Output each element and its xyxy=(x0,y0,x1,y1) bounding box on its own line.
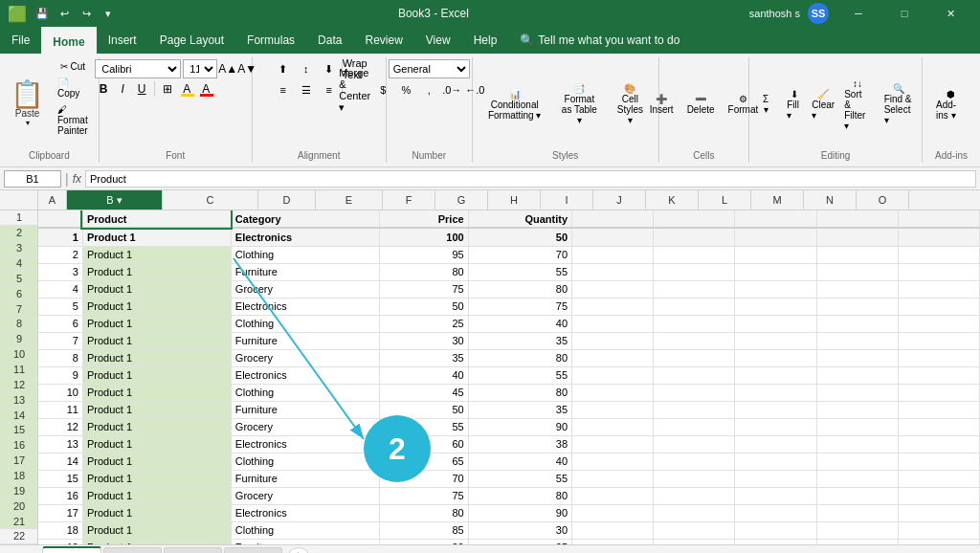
col-c-header[interactable]: C xyxy=(163,190,258,210)
col-a-header[interactable]: A xyxy=(38,190,67,210)
cell-d18[interactable]: 80 xyxy=(379,504,468,521)
cell-a6[interactable]: 5 xyxy=(38,298,82,315)
cell-a16[interactable]: 15 xyxy=(38,470,82,487)
fill-btn[interactable]: ⬇ Fill ▾ xyxy=(781,87,808,122)
col-h-header[interactable]: H xyxy=(488,190,541,210)
tab-tell-me[interactable]: 🔍 Tell me what you want to do xyxy=(508,27,691,54)
row-num-14[interactable]: 14 xyxy=(0,408,38,423)
cell-empty-3-3[interactable] xyxy=(816,246,898,263)
cell-empty-14-4[interactable] xyxy=(898,435,979,453)
col-j-header[interactable]: J xyxy=(593,190,646,210)
cell-c7[interactable]: Clothing xyxy=(231,315,379,332)
cell-b20[interactable]: Product 1 xyxy=(82,539,231,544)
row-num-11[interactable]: 11 xyxy=(0,363,38,378)
cell-empty-20-0[interactable] xyxy=(572,539,654,544)
tab-view[interactable]: View xyxy=(414,27,462,54)
cell-c16[interactable]: Furniture xyxy=(231,470,379,487)
cell-e6[interactable]: 75 xyxy=(468,298,571,315)
font-size-select[interactable]: 11 xyxy=(183,59,217,78)
cell-a12[interactable]: 11 xyxy=(38,401,82,418)
cell-d11[interactable]: 45 xyxy=(379,384,468,401)
cell-d12[interactable]: 50 xyxy=(379,401,468,418)
cell-c8[interactable]: Furniture xyxy=(231,332,379,349)
cell-c17[interactable]: Grocery xyxy=(231,487,379,504)
cell-empty-10-3[interactable] xyxy=(816,366,898,384)
cell-e17[interactable]: 80 xyxy=(468,487,571,504)
cell-b8[interactable]: Product 1 xyxy=(82,332,231,349)
cell-empty-18-4[interactable] xyxy=(898,504,979,521)
cell-empty-14-2[interactable] xyxy=(735,435,816,453)
cell-empty-6-0[interactable] xyxy=(572,298,654,315)
cell-b9[interactable]: Product 1 xyxy=(82,349,231,366)
cell-empty-2-4[interactable] xyxy=(898,229,979,246)
cell-d3[interactable]: 95 xyxy=(379,246,468,263)
cell-empty-2-0[interactable] xyxy=(572,229,654,246)
col-i-header[interactable]: I xyxy=(541,190,593,210)
cell-c15[interactable]: Clothing xyxy=(231,453,379,470)
format-painter-btn[interactable]: 🖌 Format Painter xyxy=(52,102,94,138)
cell-empty-20-2[interactable] xyxy=(735,539,816,544)
cell-empty-18-0[interactable] xyxy=(572,504,654,521)
cell-empty-16-1[interactable] xyxy=(654,470,735,487)
row-num-18[interactable]: 18 xyxy=(0,469,38,484)
tab-page-layout[interactable]: Page Layout xyxy=(148,27,235,54)
row-num-6[interactable]: 6 xyxy=(0,286,38,301)
cell-empty-17-4[interactable] xyxy=(898,487,979,504)
align-right-btn[interactable]: ≡ xyxy=(319,80,340,100)
align-bottom-btn[interactable]: ⬇ xyxy=(319,59,340,78)
comma-btn[interactable]: , xyxy=(418,80,439,100)
row-num-3[interactable]: 3 xyxy=(0,241,38,256)
cell-empty-12-2[interactable] xyxy=(735,401,816,418)
cell-a5[interactable]: 4 xyxy=(38,280,82,298)
col-d-header[interactable]: D xyxy=(258,190,316,210)
cell-c14[interactable]: Electronics xyxy=(231,435,379,453)
cell-empty-8-2[interactable] xyxy=(735,332,816,349)
name-box[interactable]: B1 xyxy=(4,170,61,188)
row-num-19[interactable]: 19 xyxy=(0,483,38,498)
cell-empty-4-3[interactable] xyxy=(816,263,898,280)
cell-empty-5-3[interactable] xyxy=(816,280,898,298)
cell-empty-6-1[interactable] xyxy=(654,298,735,315)
cell-empty-15-2[interactable] xyxy=(735,453,816,470)
cell-empty-6-2[interactable] xyxy=(735,298,816,315)
cell-empty-10-0[interactable] xyxy=(572,366,654,384)
cell-empty-13-4[interactable] xyxy=(898,418,979,435)
cell-empty-18-1[interactable] xyxy=(654,504,735,521)
cell-empty-9-0[interactable] xyxy=(572,349,654,366)
cell-empty-14-1[interactable] xyxy=(654,435,735,453)
col-g-header[interactable]: G xyxy=(435,190,488,210)
cell-d19[interactable]: 85 xyxy=(379,521,468,539)
row-num-1[interactable]: 1 xyxy=(0,210,38,226)
cell-e5[interactable]: 80 xyxy=(468,280,571,298)
col-f-header[interactable]: F xyxy=(383,190,435,210)
cell-empty-19-1[interactable] xyxy=(654,521,735,539)
cell-e9[interactable]: 80 xyxy=(468,349,571,366)
cell-b18[interactable]: Product 1 xyxy=(82,504,231,521)
cell-e13[interactable]: 90 xyxy=(468,418,571,435)
cell-c20[interactable]: Furniture xyxy=(231,539,379,544)
cell-f1[interactable] xyxy=(572,210,654,228)
cell-empty-7-2[interactable] xyxy=(735,315,816,332)
cell-d10[interactable]: 40 xyxy=(379,366,468,384)
undo-quick-btn[interactable]: ↩ xyxy=(55,4,74,23)
col-l-header[interactable]: L xyxy=(699,190,751,210)
cell-empty-3-0[interactable] xyxy=(572,246,654,263)
cell-e8[interactable]: 35 xyxy=(468,332,571,349)
cell-a7[interactable]: 6 xyxy=(38,315,82,332)
increase-font-btn[interactable]: A▲ xyxy=(219,60,236,77)
cell-a3[interactable]: 2 xyxy=(38,246,82,263)
cell-a13[interactable]: 12 xyxy=(38,418,82,435)
dec-increase-btn[interactable]: .0→ xyxy=(441,80,462,100)
cell-b1[interactable]: Product xyxy=(82,210,231,228)
cell-e7[interactable]: 40 xyxy=(468,315,571,332)
paste-btn[interactable]: 📋 Paste ▾ xyxy=(5,77,50,131)
cell-b19[interactable]: Product 1 xyxy=(82,521,231,539)
align-left-btn[interactable]: ≡ xyxy=(273,80,294,100)
cell-empty-13-0[interactable] xyxy=(572,418,654,435)
cell-empty-9-1[interactable] xyxy=(654,349,735,366)
cell-empty-11-3[interactable] xyxy=(816,384,898,401)
cell-empty-18-2[interactable] xyxy=(735,504,816,521)
cell-empty-13-2[interactable] xyxy=(735,418,816,435)
cell-empty-9-2[interactable] xyxy=(735,349,816,366)
cell-d1[interactable]: Price xyxy=(379,210,468,228)
